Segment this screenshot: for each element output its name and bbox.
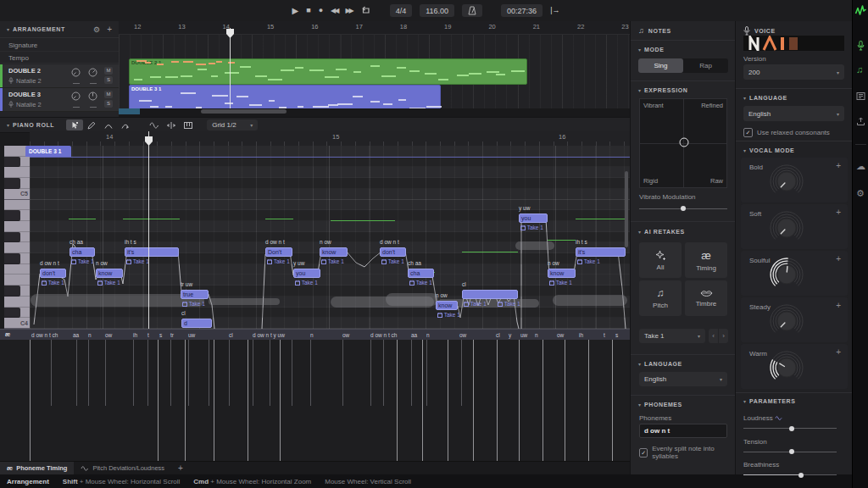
- pitch-view-toggle[interactable]: [146, 119, 163, 130]
- export-panel-icon[interactable]: [856, 117, 865, 126]
- timing-line[interactable]: [270, 340, 270, 406]
- record-button[interactable]: ●: [319, 4, 323, 17]
- timing-line[interactable]: [565, 340, 565, 461]
- loop-button[interactable]: [360, 6, 371, 15]
- vocal-mode-header[interactable]: ▾VOCAL MODE: [743, 147, 794, 153]
- phoneme-token[interactable]: ow: [105, 332, 112, 338]
- arrangement-settings-icon[interactable]: ⚙: [93, 25, 100, 34]
- phoneme-token[interactable]: t: [604, 332, 605, 338]
- track-name[interactable]: DOUBLE 2: [8, 67, 41, 75]
- timing-line[interactable]: [76, 340, 77, 406]
- loudness-line[interactable]: [69, 219, 96, 219]
- timecode-display[interactable]: 00:27:36: [501, 4, 542, 17]
- note-take-label[interactable]: Take 1: [267, 258, 290, 264]
- vocal-mode-knob[interactable]: [765, 301, 809, 343]
- scrollbar-thumb[interactable]: [201, 109, 287, 114]
- arrangement-ruler[interactable]: 121314151617181920212223: [119, 21, 630, 35]
- tempo-display[interactable]: 116.00: [420, 4, 454, 17]
- timing-line[interactable]: [30, 340, 31, 461]
- track-voice[interactable]: Natalie 2: [16, 77, 42, 85]
- voice-panel-icon[interactable]: [857, 41, 865, 51]
- pan-knob[interactable]: [71, 68, 81, 77]
- piano-roll-clip-tab[interactable]: DOUBLE 3 1: [25, 146, 71, 157]
- vocal-mode-knob[interactable]: [765, 254, 809, 297]
- mute-button[interactable]: M: [104, 67, 113, 75]
- take-next-button[interactable]: ›: [719, 329, 728, 343]
- timing-line[interactable]: [51, 340, 52, 406]
- timing-line[interactable]: [473, 340, 474, 461]
- piano-roll-grid[interactable]: d ow n tdon't Take 1ch aacha Take 1n owk…: [30, 146, 630, 329]
- select-tool-button[interactable]: [66, 119, 83, 130]
- piano-roll-note[interactable]: [462, 290, 518, 299]
- phoneme-token[interactable]: uw: [520, 332, 527, 338]
- version-select[interactable]: 200▾: [743, 64, 844, 80]
- piano-roll-ruler[interactable]: 141516: [30, 131, 630, 146]
- arrangement-clip[interactable]: DOUBLE 2 1: [129, 58, 527, 85]
- timing-line[interactable]: [426, 340, 427, 406]
- piano-keys[interactable]: C5C4: [4, 146, 30, 329]
- time-signature-display[interactable]: 4/4: [390, 4, 413, 17]
- tab-phoneme-timing[interactable]: æ Phoneme Timing: [0, 462, 74, 474]
- tension-slider[interactable]: [743, 449, 837, 455]
- retake-timbre-button[interactable]: Timbre: [685, 280, 727, 316]
- language-select[interactable]: English▾: [639, 372, 727, 386]
- split-view-toggle[interactable]: [163, 119, 180, 130]
- timing-line[interactable]: [209, 340, 209, 406]
- phoneme-token[interactable]: ih: [579, 332, 583, 338]
- phoneme-token[interactable]: ow: [557, 332, 564, 338]
- sing-button[interactable]: Sing: [638, 58, 683, 73]
- voice-logo[interactable]: [743, 36, 844, 51]
- voice-language-header[interactable]: ▾LANGUAGE: [743, 95, 787, 101]
- timing-line[interactable]: [147, 340, 148, 406]
- phoneme-token[interactable]: s: [615, 332, 618, 338]
- phoneme-strip[interactable]: æ d ow n t chaanowihtstruwcld ow n t y u…: [0, 329, 630, 340]
- fast-forward-button[interactable]: ▶▶: [345, 4, 352, 17]
- piano-roll-scrollbar[interactable]: [625, 171, 628, 247]
- note-take-label[interactable]: Take 1: [381, 258, 404, 264]
- phoneme-token[interactable]: aa: [411, 332, 417, 338]
- retake-timing-button[interactable]: æ Timing: [685, 242, 727, 278]
- timing-line[interactable]: [422, 340, 423, 461]
- timing-line[interactable]: [411, 340, 412, 406]
- pitch-pencil-tool-button[interactable]: [117, 119, 134, 130]
- note-take-label[interactable]: Take 1: [71, 258, 94, 264]
- pan-knob[interactable]: [71, 92, 81, 101]
- clip-fragment[interactable]: [119, 108, 140, 114]
- timing-line[interactable]: [214, 340, 214, 461]
- phoneme-token[interactable]: aa: [73, 332, 79, 338]
- piano-roll-note[interactable]: know: [436, 301, 458, 310]
- timing-line[interactable]: [248, 340, 248, 461]
- timing-line[interactable]: [497, 340, 498, 461]
- parameters-header[interactable]: ▾PARAMETERS: [743, 398, 796, 404]
- phoneme-token[interactable]: y: [509, 332, 511, 338]
- piano-roll-note[interactable]: know: [96, 269, 123, 278]
- retake-pitch-button[interactable]: ♫ Pitch: [639, 280, 682, 316]
- phoneme-token[interactable]: ow: [459, 332, 466, 338]
- add-track-button[interactable]: +: [107, 25, 112, 34]
- expression-section-header[interactable]: ▾EXPRESSION: [638, 87, 688, 93]
- slider-thumb[interactable]: [789, 449, 794, 454]
- knob-add-button[interactable]: +: [836, 347, 841, 357]
- track-row[interactable]: DOUBLE 3Natalie 2MS: [0, 88, 119, 112]
- timing-line[interactable]: [461, 340, 462, 406]
- track-name[interactable]: DOUBLE 3: [8, 91, 41, 98]
- rap-button[interactable]: Rap: [683, 58, 728, 73]
- timing-line[interactable]: [370, 340, 371, 406]
- timing-line[interactable]: [158, 340, 159, 461]
- knob-add-button[interactable]: +: [836, 254, 841, 263]
- phoneme-token[interactable]: n: [88, 332, 92, 338]
- vibrato-slider[interactable]: [639, 206, 727, 212]
- solo-button[interactable]: S: [104, 100, 113, 108]
- piano-roll-note[interactable]: true: [181, 290, 209, 299]
- expression-pad[interactable]: Vibrant Refined Rigid Raw: [639, 98, 727, 188]
- go-to-end-button[interactable]: |→: [550, 4, 559, 17]
- tempo-row[interactable]: Tempo: [0, 53, 119, 64]
- rewind-button[interactable]: ◀◀: [331, 4, 337, 17]
- volume-knob[interactable]: [88, 92, 97, 101]
- pencil-tool-button[interactable]: [83, 119, 100, 130]
- knob-add-button[interactable]: +: [836, 161, 841, 170]
- note-take-label[interactable]: Take 1: [498, 301, 520, 307]
- loudness-line[interactable]: [462, 252, 518, 252]
- knob-add-button[interactable]: +: [836, 208, 841, 217]
- vocal-mode-knob[interactable]: [765, 208, 809, 250]
